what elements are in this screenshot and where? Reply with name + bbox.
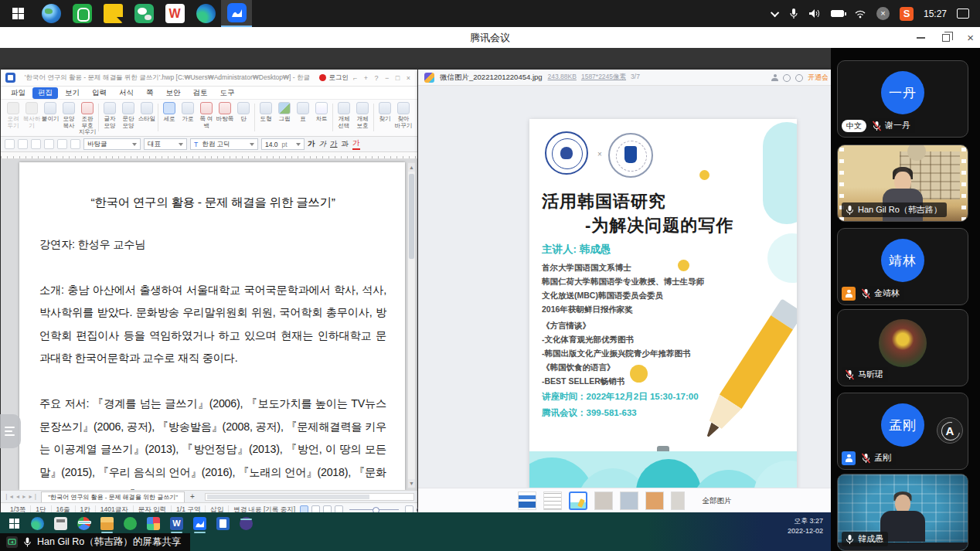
desktop: W × S 15:27 腾讯会议 × [0, 0, 980, 551]
poster-meeting-id: 腾讯会议：399-581-633 [542, 407, 637, 419]
participants-sidebar: 一丹 中文 谢一丹 Han Gil Ro [831, 48, 980, 551]
remote-meeting-icon [193, 517, 206, 530]
margins-button: 쪽 여백 [197, 102, 216, 136]
participant-tile-xieyidan[interactable]: 一丹 中文 谢一丹 [837, 60, 968, 138]
taskbar-app-edge[interactable] [190, 0, 221, 27]
redo-icon [70, 139, 80, 149]
wps-icon: W [165, 4, 185, 23]
start-button[interactable] [0, 0, 36, 27]
participant-name: 谢一丹 [885, 120, 910, 131]
tray-sync-error-icon[interactable]: × [876, 7, 890, 20]
browser-globe-icon [42, 4, 61, 23]
tencent-meeting-icon [227, 3, 247, 22]
tray-clock[interactable]: 15:27 [924, 9, 947, 19]
format-copy-button: 모양 복사 [60, 102, 78, 136]
remote-doc-icon [216, 517, 230, 530]
pencil-illustration [696, 298, 797, 445]
participant-tile-maxinjun[interactable]: 马昕珺 [837, 309, 968, 386]
landscape-button: 가로 [179, 102, 197, 136]
thumbnail-4 [594, 491, 613, 510]
minimize-button[interactable] [917, 37, 925, 39]
hwp-ruler [1, 152, 417, 159]
hwp-ribbon: 오려 두기 복사하기 붙이기 모양 복사 조판 부호 지우기 글자 모양 문단 … [1, 100, 417, 137]
viewer-app-icon [424, 73, 434, 83]
inha-university-seal [608, 133, 653, 178]
viewer-tool-icon-1 [783, 74, 791, 82]
scrollbar-thumb [409, 174, 414, 259]
all-photos-label: 全部图片 [703, 496, 732, 506]
object-protect-button: 개체 보호 [353, 102, 372, 136]
shared-screen-view: '한국어 연구의 활용 - 문제 해결을 위한 글쓰기'.hwp [C:₩Use… [0, 48, 831, 551]
cut-button: 오려 두기 [4, 102, 22, 136]
notification-center-icon[interactable] [957, 9, 969, 19]
avatar: 靖林 [881, 239, 924, 282]
hwp-menu-format: 서식 [114, 87, 139, 99]
underline-button: 가 [330, 139, 338, 149]
close-button[interactable]: × [967, 32, 974, 43]
viewer-page-index: 3/7 [631, 73, 640, 82]
participant-tile-jinjinglin[interactable]: 靖林 金靖林 [837, 228, 968, 305]
hwp-window-controls: ⌐ + ? − □ × [353, 74, 413, 82]
remote-word-icon: W [170, 517, 183, 530]
restore-button[interactable] [942, 34, 950, 42]
participant-tile-hanchengyu[interactable]: 韓成愚 [837, 474, 968, 551]
hwp-menu-file: 파일 [5, 87, 31, 99]
360-safe-icon [73, 4, 92, 23]
hwp-menu-edit: 편집 [32, 87, 58, 99]
seal-times: × [597, 150, 602, 158]
remote-start-icon [8, 517, 21, 530]
taskbar-app-wps[interactable]: W [159, 0, 190, 27]
wechat-icon [134, 4, 154, 23]
find-replace-button: 찾아 바꾸기 [394, 102, 413, 136]
poster-title-line1: 活用韩国语研究 [542, 190, 666, 213]
avatar: 孟刚 [881, 403, 924, 447]
document-page: “한국어 연구의 활용 - 문제 해결을 위한 글쓰기” 강연자: 한성우 교수… [19, 162, 405, 490]
participant-tile-hangilro[interactable]: Han Gil Ro（韩吉路） [837, 145, 968, 222]
lecture-poster-image: × 活用韩国语研究 -为解决问题的写作 主讲人: 韩成愚 首尔大学国语国文系博士… [529, 119, 797, 488]
tray-battery-icon[interactable] [831, 10, 844, 17]
remote-edge-icon [31, 517, 44, 530]
taskbar-app-browser[interactable] [36, 0, 66, 27]
language-badge[interactable]: 中文 [842, 120, 866, 132]
mic-muted-icon [861, 453, 871, 464]
annotation-fab-button[interactable]: A [937, 417, 963, 444]
hwp-window-title: '한국어 연구의 활용 - 문제 해결을 위한 글쓰기'.hwp [C:₩Use… [20, 73, 315, 83]
participant-name: Han Gil Ro（韩吉路） [858, 204, 942, 216]
hwp-login: 로그인 [319, 73, 349, 83]
doc-title: “한국어 연구의 활용 - 문제 해결을 위한 글쓰기” [39, 195, 386, 211]
sidebar-toggle-handle[interactable] [0, 414, 21, 448]
thumbnail-3-selected [569, 491, 587, 510]
font-color-button: 가 [352, 138, 360, 150]
para-shape-button: 문단 모양 [119, 102, 138, 136]
taskbar-app-tencent-meeting[interactable] [221, 0, 252, 27]
tray-speaker-icon[interactable] [808, 9, 821, 19]
taskbar-app-notes[interactable] [97, 0, 128, 27]
participant-name: 金靖林 [874, 287, 900, 299]
participant-name: 韓成愚 [858, 533, 883, 545]
picture-button: 그림 [275, 102, 294, 136]
hwp-menu-tools: 도구 [215, 87, 240, 99]
remote-explorer-icon [100, 517, 114, 530]
tray-sogou-icon[interactable]: S [900, 7, 914, 21]
mic-on-icon [845, 205, 855, 216]
tray-expand-icon[interactable] [771, 8, 779, 16]
font-size-combo: 14.0pt [261, 138, 305, 150]
bold-button: 가 [308, 139, 315, 149]
tray-mic-icon[interactable] [789, 8, 798, 19]
taskbar-app-wechat[interactable] [128, 0, 159, 27]
thumbnail-5 [620, 491, 638, 510]
screen-share-banner: Han Gil Ro（韩吉路）的屏幕共享 [0, 533, 190, 551]
windows-logo-icon [12, 8, 24, 19]
annotation-a-icon: A [946, 424, 954, 437]
new-doc-icon [5, 139, 15, 149]
hwp-menu-page: 쪽 [141, 87, 159, 99]
system-tray: × S 15:27 [773, 7, 980, 21]
taskbar-app-360[interactable] [66, 0, 97, 27]
sharer-mic-icon [23, 536, 32, 548]
share-status-icon [6, 536, 18, 548]
spacing-button: 과 [342, 139, 349, 149]
viewer-thumbnail-strip: 全部图片 [418, 488, 831, 513]
text-style-buttons: 가 가 가 과 가 [308, 138, 360, 150]
hwp-format-bar: 바탕글 대표 T한컴 고딕 14.0pt 가 가 가 과 가 [1, 137, 417, 152]
tray-wifi-icon[interactable] [854, 9, 866, 19]
